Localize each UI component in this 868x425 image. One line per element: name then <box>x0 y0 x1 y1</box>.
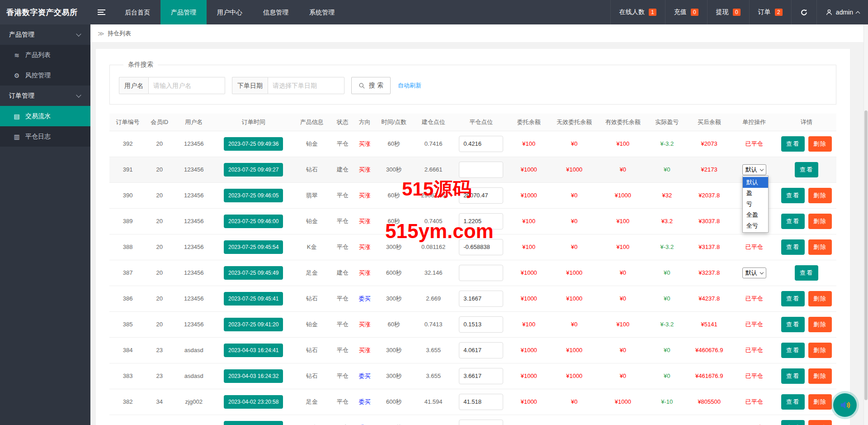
nav-menu-item[interactable]: 产品管理 <box>160 0 207 24</box>
select-option[interactable]: 全亏 <box>743 220 768 231</box>
entrust-balance-cell: ¥1000 <box>508 337 550 363</box>
close-point-input[interactable] <box>459 265 503 281</box>
refresh-button[interactable] <box>791 0 816 24</box>
close-point-input[interactable] <box>459 136 503 152</box>
hamburger-menu-icon[interactable] <box>95 7 108 18</box>
delete-button[interactable]: 删除 <box>808 136 832 152</box>
nav-stat-item[interactable]: 充值0 <box>665 0 707 24</box>
auto-refresh-link[interactable]: 自动刷新 <box>398 81 421 90</box>
user-icon <box>826 9 833 16</box>
delete-button[interactable]: 删除 <box>808 188 832 203</box>
chevron-down-icon <box>760 167 763 171</box>
profit-cell: ¥0 <box>647 363 687 389</box>
sidebar-item[interactable]: ▤交易流水 <box>0 106 90 126</box>
view-button[interactable]: 查看 <box>781 368 805 384</box>
close-point-input[interactable] <box>459 187 503 204</box>
log-icon: ▥ <box>13 133 21 140</box>
delete-button[interactable]: 删除 <box>808 343 832 358</box>
view-button[interactable]: 查看 <box>781 214 805 229</box>
order-time-button[interactable]: 2023-07-25 09:46:00 <box>224 215 283 228</box>
order-time-button[interactable]: 2023-07-25 09:49:36 <box>224 137 283 151</box>
username-input[interactable] <box>148 77 225 94</box>
vertical-scrollbar[interactable] <box>863 24 868 425</box>
close-point-input[interactable] <box>459 342 503 358</box>
username-cell: asdasd <box>173 337 215 363</box>
order-time-button[interactable]: 2023-07-25 09:45:49 <box>224 266 283 280</box>
view-button[interactable]: 查看 <box>781 136 805 152</box>
closed-status-text: 已平仓 <box>745 140 763 147</box>
username-cell: 123456 <box>173 311 215 337</box>
select-option[interactable]: 亏 <box>743 199 768 210</box>
nav-stat-item[interactable]: 订单2 <box>749 0 791 24</box>
table-row: 392201234562023-07-25 09:49:36铂金平仓买涨60秒0… <box>109 131 836 157</box>
delete-button[interactable]: 删除 <box>808 214 832 229</box>
delete-button[interactable]: 删除 <box>808 420 832 425</box>
order-time-button[interactable]: 2023-07-25 09:46:05 <box>224 189 283 202</box>
after-balance-cell: ¥3237.8 <box>687 260 731 286</box>
delete-button[interactable]: 删除 <box>808 317 832 332</box>
sidebar-group-header[interactable]: 订单管理 <box>0 86 90 106</box>
order-time-button[interactable]: 2023-04-03 16:24:41 <box>224 344 283 357</box>
order-date-input[interactable] <box>268 77 344 94</box>
close-point-input[interactable] <box>459 420 503 425</box>
sidebar-item-label: 平仓日志 <box>25 133 51 141</box>
sidebar-item[interactable]: ▥平仓日志 <box>0 126 90 147</box>
order-time-button[interactable]: 2023-07-25 09:45:54 <box>224 240 283 254</box>
control-select[interactable]: 默认 <box>742 267 766 278</box>
select-option[interactable]: 盈 <box>743 188 768 199</box>
nav-stat-item[interactable]: 提现0 <box>707 0 749 24</box>
view-button[interactable]: 查看 <box>781 394 805 410</box>
close-point-input[interactable] <box>459 394 503 410</box>
view-button[interactable]: 查看 <box>795 265 818 281</box>
order-id-cell: 383 <box>109 363 146 389</box>
control-select[interactable]: 默认默认盈亏全盈全亏 <box>742 164 766 175</box>
open-point-cell: 3.655 <box>412 363 454 389</box>
close-point-input[interactable] <box>459 213 503 229</box>
close-point-input[interactable] <box>459 368 503 384</box>
delete-button[interactable]: 删除 <box>808 239 832 255</box>
search-button[interactable]: 搜 索 <box>351 77 391 94</box>
nav-menu-item[interactable]: 后台首页 <box>114 0 160 24</box>
sidebar-item[interactable]: ⚙风控管理 <box>0 65 90 86</box>
control-select-box[interactable]: 默认 <box>742 164 766 175</box>
view-button[interactable]: 查看 <box>781 239 805 255</box>
delete-button[interactable]: 删除 <box>808 394 832 410</box>
select-option[interactable]: 全盈 <box>743 210 768 220</box>
nav-menu-item[interactable]: 用户中心 <box>207 0 253 24</box>
view-button[interactable]: 查看 <box>781 291 805 306</box>
chevron-down-icon <box>76 31 81 36</box>
close-point-input[interactable] <box>459 239 503 255</box>
select-option[interactable]: 默认 <box>743 177 768 188</box>
detail-actions-cell: 查看 <box>777 157 836 182</box>
view-button[interactable]: 查看 <box>781 188 805 203</box>
delete-button[interactable]: 删除 <box>808 291 832 306</box>
table-row: 386201234562023-07-25 09:45:41钻石平仓委买300秒… <box>109 286 836 311</box>
after-balance-cell: ¥460676.9 <box>687 337 731 363</box>
order-time-button[interactable]: 2023-04-03 16:24:32 <box>224 369 283 383</box>
member-id-cell: 20 <box>146 311 173 337</box>
sidebar-group-header[interactable]: 产品管理 <box>0 24 90 45</box>
order-time-button[interactable]: 2023-07-25 09:45:41 <box>224 292 283 306</box>
control-select-box[interactable]: 默认 <box>742 267 766 278</box>
view-button[interactable]: 查看 <box>781 420 805 425</box>
nav-stat-item[interactable]: 在线人数1 <box>610 0 665 24</box>
nav-menu-item[interactable]: 系统管理 <box>299 0 345 24</box>
view-button[interactable]: 查看 <box>795 162 818 177</box>
user-menu[interactable]: admin <box>816 0 868 24</box>
nav-menu-item[interactable]: 信息管理 <box>253 0 299 24</box>
view-button[interactable]: 查看 <box>781 343 805 358</box>
order-time-button[interactable]: 2023-07-25 09:49:27 <box>224 163 283 177</box>
scrollbar-thumb[interactable] <box>864 110 868 400</box>
order-time-button[interactable]: 2023-04-02 23:20:58 <box>224 395 283 409</box>
order-time-button[interactable]: 2023-07-25 09:41:20 <box>224 318 283 331</box>
order-time-button[interactable]: 2023-04-02 23:20:55 <box>224 421 283 425</box>
close-point-input[interactable] <box>459 291 503 307</box>
close-point-input[interactable] <box>459 162 503 178</box>
profit-cell: ¥-10 <box>647 389 687 415</box>
sound-toggle-button[interactable] <box>833 393 857 417</box>
view-button[interactable]: 查看 <box>781 317 805 332</box>
delete-button[interactable]: 删除 <box>808 368 832 384</box>
order-id-cell: 382 <box>109 389 146 415</box>
close-point-input[interactable] <box>459 316 503 333</box>
sidebar-item[interactable]: ≋产品列表 <box>0 45 90 65</box>
